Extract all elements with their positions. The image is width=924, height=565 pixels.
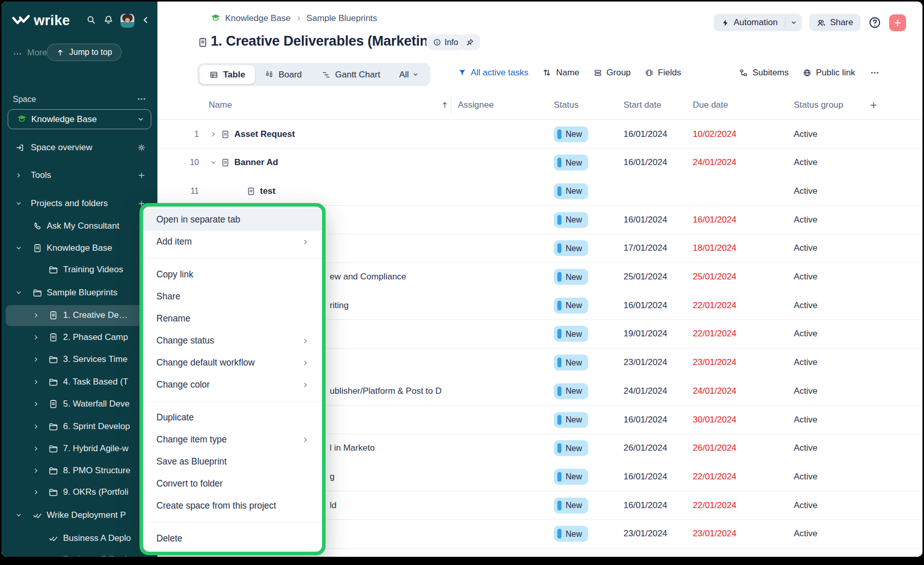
table-row[interactable]: 11testNewActive — [157, 177, 922, 206]
status-badge[interactable]: New — [554, 497, 588, 513]
sidebar-item-7-hybrid-agile-w[interactable]: 7. Hybrid Agile-w — [2, 438, 157, 460]
sidebar-item-knowledge-base[interactable]: Knowledge Base — [2, 237, 157, 259]
breadcrumb-knowledge-base[interactable]: Knowledge Base — [225, 13, 291, 24]
sidebar-item-6-sprint-develop[interactable]: 6. Sprint Develop — [2, 416, 157, 438]
sidebar-item-business-a-deplo[interactable]: Business A Deplo — [2, 528, 157, 550]
tab-gantt-chart[interactable]: Gantt Chart — [312, 65, 390, 84]
sidebar-item-space-overview[interactable]: Space overview — [2, 137, 157, 159]
tab-table[interactable]: Table — [199, 65, 255, 84]
menu-item-duplicate[interactable]: Duplicate — [143, 407, 322, 429]
toolbar-more-icon[interactable] — [869, 68, 880, 78]
search-icon[interactable] — [86, 14, 96, 27]
sidebar-item-training-videos[interactable]: Training Videos — [2, 259, 157, 281]
sidebar-item-9-okrs-portfoli[interactable]: 9. OKRs (Portfoli — [2, 481, 157, 503]
status-badge[interactable]: New — [554, 326, 588, 342]
menu-item-save-as-blueprint[interactable]: Save as Blueprint — [143, 451, 322, 473]
tab-board[interactable]: Board — [255, 65, 311, 84]
column-header-assignee[interactable]: Assignee — [458, 100, 494, 110]
chevron-down-icon[interactable] — [210, 159, 217, 167]
status-badge[interactable]: New — [554, 212, 588, 228]
sidebar-item-1-creative-de[interactable]: 1. Creative De… — [2, 305, 157, 327]
due-date: 26/01/2024 — [693, 443, 736, 453]
share-button[interactable]: Share — [809, 14, 860, 31]
status-badge[interactable]: New — [554, 440, 588, 456]
sort-ascending-icon[interactable] — [440, 100, 449, 110]
user-avatar[interactable] — [120, 14, 134, 28]
view-toolbar: TableBoardGantt ChartAll All active task… — [157, 55, 922, 90]
column-header-status[interactable]: Status — [554, 100, 578, 110]
column-header-name[interactable]: Name — [209, 100, 232, 110]
collapse-sidebar-icon[interactable] — [141, 15, 150, 26]
help-icon[interactable] — [868, 15, 882, 30]
sidebar-item-8-pmo-structure[interactable]: 8. PMO Structure — [2, 460, 157, 482]
automation-button[interactable]: Automation — [714, 14, 785, 31]
column-header-status-group[interactable]: Status group — [794, 100, 843, 110]
space-options-icon[interactable] — [136, 94, 147, 104]
menu-item-change-default-workflow[interactable]: Change default workflow — [143, 352, 322, 374]
menu-item-copy-link[interactable]: Copy link — [143, 264, 322, 286]
automation-dropdown-chevron[interactable] — [786, 14, 802, 31]
column-header-start-date[interactable]: Start date — [624, 100, 661, 110]
public-link-button[interactable]: Public link — [802, 68, 855, 78]
status-badge[interactable]: New — [554, 240, 588, 256]
sidebar: wrike More Jump to top Space Knowledge B… — [2, 2, 157, 557]
menu-item-label: Open in separate tab — [156, 214, 240, 225]
status-badge[interactable]: New — [554, 126, 588, 142]
menu-item-change-status[interactable]: Change status — [143, 330, 322, 352]
active-filter[interactable]: All active tasks — [458, 68, 528, 78]
status-badge[interactable]: New — [554, 526, 588, 542]
more-menu-icon[interactable] — [12, 49, 23, 59]
status-badge[interactable]: New — [554, 155, 588, 171]
menu-item-open-in-separate-tab[interactable]: Open in separate tab — [143, 209, 322, 231]
sort-by-name[interactable]: Name — [542, 68, 579, 78]
status-badge[interactable]: New — [554, 383, 588, 399]
plus-icon[interactable] — [137, 171, 146, 180]
status-badge[interactable]: New — [554, 297, 588, 313]
add-new-button[interactable] — [889, 14, 906, 31]
sidebar-item-label: 6. Sprint Develop — [63, 421, 130, 432]
wrike-logo[interactable]: wrike — [12, 13, 70, 29]
start-date: 19/01/2024 — [624, 329, 667, 339]
due-date: 10/02/2024 — [693, 129, 736, 139]
pin-icon[interactable] — [459, 34, 480, 50]
table-row[interactable]: 1Asset RequestNew16/01/202410/02/2024Act… — [157, 120, 922, 149]
breadcrumb-sample-blueprints[interactable]: Sample Blueprints — [307, 13, 377, 24]
status-badge[interactable]: New — [554, 269, 588, 285]
column-header-due-date[interactable]: Due date — [693, 100, 728, 110]
start-date: 23/01/2024 — [624, 357, 667, 368]
status-badge[interactable]: New — [554, 412, 588, 428]
menu-item-change-color[interactable]: Change color — [143, 374, 322, 396]
status-badge[interactable]: New — [554, 183, 588, 199]
status-badge[interactable]: New — [554, 469, 588, 485]
add-column-button[interactable]: + — [870, 98, 877, 112]
menu-item-change-item-type[interactable]: Change item type — [143, 429, 322, 451]
menu-item-convert-to-folder[interactable]: Convert to folder — [143, 473, 322, 495]
sidebar-item-5-waterfall-deve[interactable]: 5. Waterfall Deve — [2, 393, 157, 415]
sidebar-item-ask-my-consultant[interactable]: Ask My Consultant — [2, 215, 157, 237]
sidebar-item-4-task-based-t[interactable]: 4. Task Based (T — [2, 371, 157, 393]
sidebar-item-2-phased-camp[interactable]: 2. Phased Camp — [2, 327, 157, 349]
menu-item-create-space-from-this-project[interactable]: Create space from this project — [143, 495, 322, 517]
fields-button[interactable]: Fields — [645, 68, 681, 78]
menu-item-delete[interactable]: Delete — [143, 528, 322, 550]
subitems-button[interactable]: Subitems — [739, 68, 789, 78]
space-selector[interactable]: Knowledge Base — [8, 109, 151, 129]
notifications-bell-icon[interactable] — [103, 14, 114, 27]
table-row[interactable]: 10Banner AdNew16/01/202424/01/2024Active — [157, 149, 922, 177]
sidebar-item-wrike-deployment-p[interactable]: Wrike Deployment P — [2, 505, 157, 527]
status-badge[interactable]: New — [554, 355, 588, 371]
sidebar-item-sample-blueprints[interactable]: Sample Blueprints — [2, 282, 157, 304]
sidebar-item-3-services-time[interactable]: 3. Services Time — [2, 349, 157, 371]
status-group: Active — [794, 215, 817, 225]
sidebar-item-tools[interactable]: Tools — [2, 165, 157, 187]
sidebar-item-business-b-deployme[interactable]: Business B Deployme — [2, 549, 157, 557]
chevron-right-icon[interactable] — [210, 130, 217, 138]
gear-icon[interactable] — [137, 143, 146, 152]
menu-item-share[interactable]: Share — [143, 286, 322, 308]
menu-item-add-item[interactable]: Add item — [143, 231, 322, 253]
jump-to-top-button[interactable]: Jump to top — [47, 44, 122, 61]
group-button[interactable]: Group — [593, 68, 631, 78]
sidebar-item-projects-and-folders[interactable]: Projects and folders — [2, 193, 157, 215]
view-filter-all-dropdown[interactable]: All — [390, 65, 428, 84]
menu-item-rename[interactable]: Rename — [143, 308, 322, 330]
